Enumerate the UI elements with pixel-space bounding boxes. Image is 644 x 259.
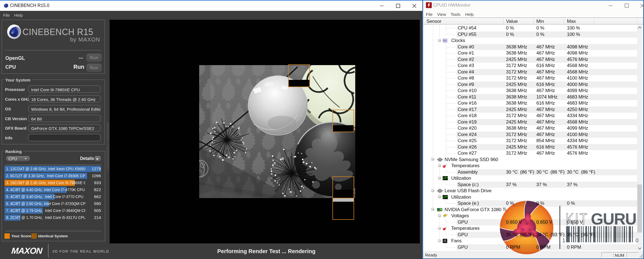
svg-text:GURU: GURU: [591, 210, 636, 228]
svg-text:1: 1: [562, 237, 565, 243]
svg-text:0: 0: [635, 237, 638, 243]
svg-text:KIT: KIT: [566, 210, 588, 228]
